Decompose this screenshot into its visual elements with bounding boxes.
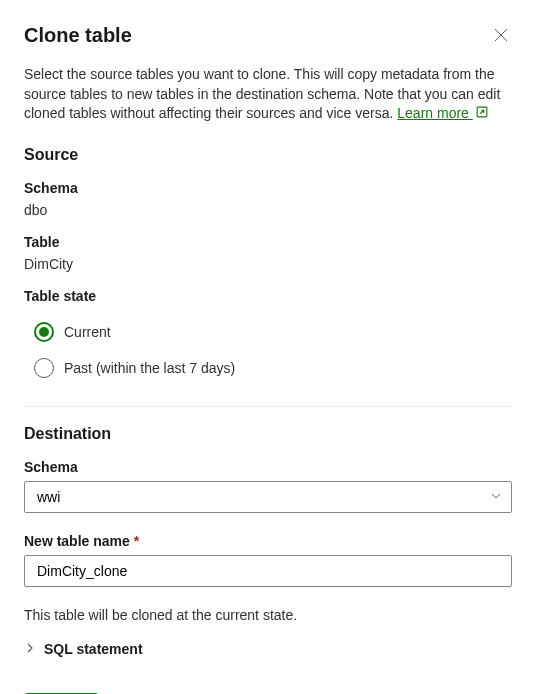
learn-more-text: Learn more bbox=[397, 105, 469, 121]
dialog-description: Select the source tables you want to clo… bbox=[24, 65, 512, 124]
radio-current-label: Current bbox=[64, 324, 111, 340]
radio-icon-selected bbox=[34, 322, 54, 342]
external-link-icon bbox=[475, 105, 489, 125]
radio-current[interactable]: Current bbox=[24, 314, 512, 350]
source-table-label: Table bbox=[24, 234, 512, 250]
required-asterisk: * bbox=[134, 533, 139, 549]
source-table-value: DimCity bbox=[24, 256, 512, 272]
source-schema-label: Schema bbox=[24, 180, 512, 196]
sql-statement-toggle[interactable]: SQL statement bbox=[24, 641, 512, 657]
radio-past[interactable]: Past (within the last 7 days) bbox=[24, 350, 512, 386]
destination-schema-input[interactable] bbox=[24, 481, 512, 513]
source-schema-value: dbo bbox=[24, 202, 512, 218]
dialog-title: Clone table bbox=[24, 24, 132, 47]
radio-past-label: Past (within the last 7 days) bbox=[64, 360, 235, 376]
new-table-name-label: New table name * bbox=[24, 533, 512, 549]
radio-icon-unselected bbox=[34, 358, 54, 378]
sql-statement-label: SQL statement bbox=[44, 641, 143, 657]
close-button[interactable] bbox=[490, 24, 512, 49]
source-heading: Source bbox=[24, 146, 512, 164]
destination-schema-label: Schema bbox=[24, 459, 512, 475]
close-icon bbox=[494, 28, 508, 45]
learn-more-link[interactable]: Learn more bbox=[397, 105, 488, 121]
clone-info-text: This table will be cloned at the current… bbox=[24, 607, 512, 623]
new-table-name-input[interactable] bbox=[24, 555, 512, 587]
table-state-radio-group: Current Past (within the last 7 days) bbox=[24, 314, 512, 386]
table-state-label: Table state bbox=[24, 288, 512, 304]
new-table-name-text: New table name bbox=[24, 533, 130, 549]
destination-heading: Destination bbox=[24, 425, 512, 443]
section-divider bbox=[24, 406, 512, 407]
chevron-right-icon bbox=[24, 641, 36, 657]
destination-schema-select[interactable] bbox=[24, 481, 512, 513]
